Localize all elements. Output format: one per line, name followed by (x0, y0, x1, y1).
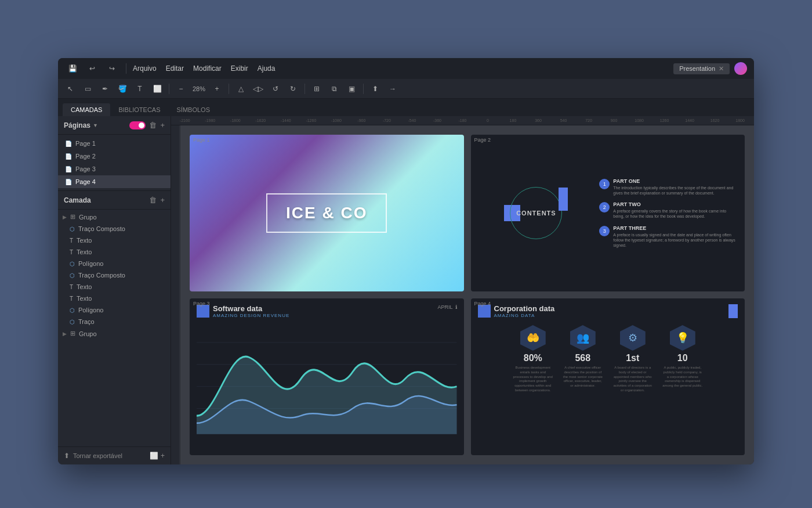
layer-tool[interactable]: ⧉ (327, 81, 342, 96)
title-bar-right: Presentation ✕ (673, 62, 747, 75)
footer-action-1[interactable]: ⬜ (150, 452, 158, 460)
sep3 (304, 84, 305, 94)
page-label-2: Page 2 (75, 153, 96, 160)
slide-page-4[interactable]: Page 4 Corporation data AMAZING DATA (471, 298, 745, 455)
slide-page-1[interactable]: Page 1 ICE & CO (190, 135, 464, 291)
corp-icon-4: 💡 (670, 325, 695, 351)
slide-label-3: Page 3 (193, 301, 210, 307)
corp-desc-2: A chief executive officer describes the … (563, 366, 603, 388)
corp-value-1: 80% (524, 353, 542, 363)
close-tab-icon[interactable]: ✕ (719, 65, 724, 73)
tab-camadas[interactable]: CAMADAS (63, 103, 110, 116)
visibility-toggle[interactable] (129, 121, 146, 129)
layer-texto4[interactable]: T Texto (58, 293, 171, 304)
menu-modificar[interactable]: Modificar (193, 64, 222, 73)
redo-button[interactable]: ↪ (104, 61, 119, 76)
menu-arquivo[interactable]: Arquivo (133, 64, 157, 73)
slide3-header: Software data AMAZING DESIGN REVENUE APR… (197, 304, 457, 318)
sidebar-footer: ⬆ Tornar exportável ⬜ + (58, 446, 171, 464)
grid-tool[interactable]: ⊞ (309, 81, 324, 96)
layer-traco1[interactable]: ⬡ Traço Composto (58, 223, 171, 235)
presentation-label: Presentation (679, 65, 715, 72)
path-icon-2: ⬡ (70, 272, 75, 279)
flip-h-tool[interactable]: ◁▷ (251, 81, 266, 96)
part-two: 2 PART TWO A preface generally covers th… (599, 201, 738, 219)
page-list: 📄 Page 1 📄 Page 2 📄 Page 3 📄 Page 4 (58, 135, 171, 190)
page-item-4[interactable]: 📄 Page 4 (58, 175, 171, 188)
slides-grid: Page 1 ICE & CO Page 2 (180, 125, 754, 464)
ruler-numbers: -2160 -1980 -1800 -1620 -1440 -1260 -108… (171, 118, 754, 123)
software-chart (197, 320, 457, 438)
share-tool[interactable]: → (385, 81, 400, 96)
canvas-scroll[interactable]: Page 1 ICE & CO Page 2 (171, 125, 754, 464)
pages-label: Páginas ▼ (64, 121, 98, 129)
page-item-1[interactable]: 📄 Page 1 (58, 137, 171, 150)
page-item-3[interactable]: 📄 Page 3 (58, 163, 171, 175)
layer-traco2-label: Traço Composto (78, 272, 125, 279)
layer-texto1[interactable]: T Texto (58, 235, 171, 246)
trace-icon: ⬡ (70, 319, 75, 325)
export-tool[interactable]: ⬆ (368, 81, 383, 96)
layer-grupo2-label: Grupo (79, 330, 97, 337)
menu-editar[interactable]: Editar (166, 64, 184, 73)
layer-poligono2[interactable]: ⬡ Polígono (58, 304, 171, 316)
add-page-icon[interactable]: + (160, 121, 165, 129)
group-tool[interactable]: ▣ (344, 81, 359, 96)
slide4-header: Corporation data AMAZING DATA (478, 304, 738, 318)
zoom-in-button[interactable]: + (209, 81, 224, 96)
sidebar: Páginas ▼ 🗑 + 📄 Page 1 📄 Page 2 (58, 116, 171, 464)
user-avatar[interactable] (734, 62, 747, 75)
menu-exibir[interactable]: Exibir (231, 64, 248, 73)
align-tool[interactable]: △ (233, 81, 248, 96)
image-tool[interactable]: ⬜ (150, 81, 165, 96)
contents-circle: CONTENTS (510, 187, 562, 239)
corp-value-3: 1st (626, 353, 639, 363)
save-button[interactable]: 💾 (65, 61, 80, 76)
chevron-down-icon[interactable]: ▼ (93, 123, 98, 128)
page-item-2[interactable]: 📄 Page 2 (58, 150, 171, 163)
slide-page-2[interactable]: Page 2 CONTENTS (471, 135, 745, 291)
corp-icon-3: ⚙ (620, 325, 646, 351)
slide-page-3[interactable]: Page 3 Software data AMAZING DESIGN REVE… (190, 298, 464, 455)
rotate-tool[interactable]: ↺ (268, 81, 283, 96)
layer-texto2[interactable]: T Texto (58, 246, 171, 258)
pen-tool[interactable]: ✒ (97, 81, 113, 96)
tabs-row: CAMADAS BIBLIOTECAS SÍMBOLOS (58, 99, 754, 116)
page-icon-3: 📄 (65, 166, 72, 172)
fill-tool[interactable]: 🪣 (115, 81, 130, 96)
text-tool[interactable]: T (132, 81, 147, 96)
part-desc-2: A preface generally covers the story of … (613, 208, 738, 219)
delete-page-icon[interactable]: 🗑 (149, 121, 157, 129)
tab-bibliotecas[interactable]: BIBLIOTECAS (110, 103, 168, 116)
polygon-icon-1: ⬡ (70, 261, 75, 267)
export-label[interactable]: Tornar exportável (73, 452, 122, 459)
add-layer-icon[interactable]: + (160, 196, 165, 204)
part-text-2: PART TWO A preface generally covers the … (613, 201, 738, 219)
footer-add-icon[interactable]: + (161, 452, 165, 460)
delete-layer-icon[interactable]: 🗑 (149, 196, 157, 204)
layer-traco2[interactable]: ⬡ Traço Composto (58, 269, 171, 281)
layer-texto1-label: Texto (77, 237, 92, 244)
zoom-out-button[interactable]: − (173, 81, 188, 96)
rotate-cw-tool[interactable]: ↻ (285, 81, 300, 96)
slide-label-1: Page 1 (193, 137, 210, 143)
layer-item-grupo1[interactable]: ▶ ⊞ Grupo (58, 211, 171, 223)
presentation-tab[interactable]: Presentation ✕ (673, 63, 730, 74)
shape-tool[interactable]: ▭ (80, 81, 95, 96)
expand-icon-2: ▶ (63, 331, 67, 337)
separator (126, 63, 126, 74)
layer-texto3[interactable]: T Texto (58, 281, 171, 293)
tab-simbolos[interactable]: SÍMBOLOS (169, 103, 218, 116)
part-three: 3 PART THREE A preface is usually signed… (599, 225, 738, 248)
undo-button[interactable]: ↩ (85, 61, 100, 76)
layer-trace[interactable]: ⬡ Traço (58, 316, 171, 327)
menu-ajuda[interactable]: Ajuda (258, 64, 276, 73)
layer-poligono1[interactable]: ⬡ Polígono (58, 258, 171, 269)
group-icon-2: ⊞ (70, 330, 75, 337)
select-tool[interactable]: ↖ (63, 81, 78, 96)
slide4-subtitle: AMAZING DATA (494, 313, 555, 318)
part-desc-3: A preface is usually signed and the date… (613, 232, 738, 248)
layer-grupo2[interactable]: ▶ ⊞ Grupo (58, 327, 171, 340)
layer-grupo1-label: Grupo (79, 214, 97, 221)
layer-poligono1-label: Polígono (78, 260, 103, 267)
